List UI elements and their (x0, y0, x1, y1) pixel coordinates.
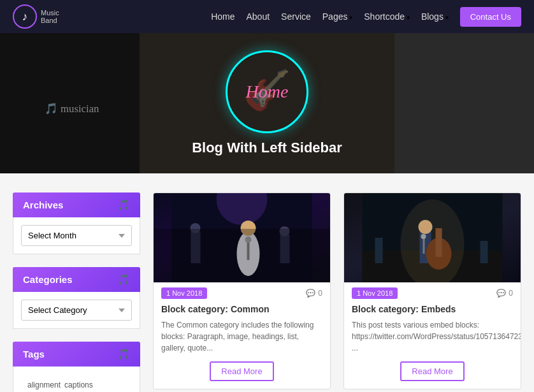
logo-icon: ♪ (13, 4, 37, 29)
svg-point-14 (191, 223, 201, 233)
svg-point-12 (241, 221, 256, 236)
svg-point-18 (245, 236, 252, 243)
svg-rect-13 (191, 231, 201, 263)
archives-body: Select Month (13, 217, 140, 254)
card-body-2: Block category: Embeds This post tests v… (344, 304, 521, 389)
card-comments-2: 💬 0 (496, 289, 513, 298)
categories-icon: 🎵 (117, 273, 130, 286)
archives-select[interactable]: Select Month (21, 225, 132, 246)
tags-widget: Tags 🎵 alignment captions Codex comments… (13, 342, 140, 392)
svg-rect-29 (480, 241, 488, 263)
svg-point-11 (237, 231, 260, 276)
main-content: Archives 🎵 Select Month Categories 🎵 Sel… (0, 173, 534, 392)
card-excerpt-2: This post tests various embed blocks: ht… (352, 319, 513, 354)
hero-circle-text: Home (246, 82, 289, 102)
svg-rect-15 (280, 235, 290, 263)
svg-rect-26 (423, 238, 425, 254)
logo-text: Music Band (41, 9, 59, 24)
blog-card-2: 1 Nov 2018 💬 0 Block category: Embeds Th… (343, 192, 521, 389)
archives-title: Archives 🎵 (13, 192, 140, 217)
navbar: ♪ Music Band Home About Service Pages Sh… (0, 0, 534, 33)
archives-icon: 🎵 (117, 199, 130, 211)
svg-rect-17 (247, 241, 250, 260)
categories-select[interactable]: Select Category (21, 300, 132, 321)
card-title-2: Block category: Embeds (352, 304, 513, 314)
contact-us-button[interactable]: Contact Us (460, 7, 521, 27)
card-date-1: 1 Nov 2018 (161, 287, 207, 299)
card-meta-2: 1 Nov 2018 💬 0 (344, 282, 521, 304)
site-logo[interactable]: ♪ Music Band (13, 4, 59, 29)
card-body-1: Block category: Common The Common catego… (154, 304, 330, 389)
card-meta-1: 1 Nov 2018 💬 0 (154, 282, 330, 304)
tags-icon: 🎵 (117, 348, 130, 360)
nav-item-blogs[interactable]: Blogs (421, 11, 449, 22)
read-more-button-2[interactable]: Read More (400, 361, 464, 381)
blog-grid: 1 Nov 2018 💬 0 Block category: Common Th… (153, 192, 521, 392)
nav-item-home[interactable]: Home (211, 11, 235, 22)
nav-links: Home About Service Pages Shortcode Blogs (211, 11, 449, 22)
nav-item-about[interactable]: About (247, 11, 270, 22)
comment-icon-1: 💬 (306, 289, 315, 298)
read-more-button-1[interactable]: Read More (210, 361, 273, 381)
svg-rect-28 (375, 238, 383, 263)
card-date-2: 1 Nov 2018 (352, 287, 398, 299)
svg-rect-25 (436, 228, 442, 257)
hero-subtitle: Blog With Left Sidebar (192, 140, 342, 156)
comment-icon-2: 💬 (496, 289, 506, 298)
tags-body: alignment captions Codex comments conten… (13, 367, 140, 392)
hero-circle: Home (226, 50, 308, 133)
blog-card-1: 1 Nov 2018 💬 0 Block category: Common Th… (153, 192, 331, 389)
nav-item-pages[interactable]: Pages (322, 11, 352, 22)
hero-content: Home Blog With Left Sidebar (192, 50, 342, 156)
categories-body: Select Category (13, 292, 140, 329)
tags-container: alignment captions Codex comments conten… (21, 374, 132, 392)
nav-item-shortcode[interactable]: Shortcode (364, 11, 410, 22)
card-image-2 (344, 193, 521, 282)
tag-alignment[interactable]: alignment (27, 381, 61, 389)
tags-title: Tags 🎵 (13, 342, 140, 367)
svg-point-27 (421, 234, 426, 239)
svg-point-23 (419, 220, 433, 234)
categories-widget: Categories 🎵 Select Category (13, 267, 140, 329)
sidebar: Archives 🎵 Select Month Categories 🎵 Sel… (13, 192, 140, 392)
card-comments-1: 💬 0 (306, 289, 322, 298)
categories-title: Categories 🎵 (13, 267, 140, 292)
svg-point-16 (280, 226, 290, 236)
card-title-1: Block category: Common (161, 304, 322, 314)
tag-captions[interactable]: captions (64, 381, 93, 389)
hero-section: 🎸 Home Blog With Left Sidebar (0, 33, 534, 173)
card-image-1 (154, 193, 330, 282)
nav-item-service[interactable]: Service (281, 11, 311, 22)
archives-widget: Archives 🎵 Select Month (13, 192, 140, 254)
card-excerpt-1: The Common category includes the followi… (161, 319, 322, 354)
